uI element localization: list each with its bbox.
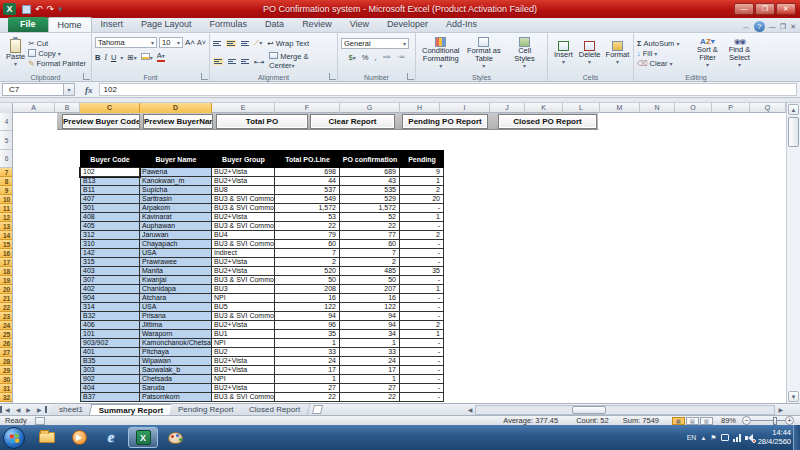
cell-total-po-line[interactable]: 22	[275, 222, 340, 231]
ribbon-tab[interactable]: Data	[256, 17, 293, 32]
row-header[interactable]: 8	[0, 177, 13, 186]
explorer-taskbar-button[interactable]	[32, 427, 62, 448]
cell-pending[interactable]: 2	[400, 321, 444, 330]
cell-po-confirmation[interactable]: 2	[340, 258, 400, 267]
cell-buyer-group[interactable]: BU3 & SVI Common	[212, 312, 275, 321]
name-box[interactable]: C7	[2, 83, 64, 96]
cell-buyer-code[interactable]: 401	[80, 348, 140, 357]
cell-buyer-code[interactable]: 312	[80, 231, 140, 240]
format-cells-button[interactable]: Format▾	[603, 35, 631, 71]
sheet-tab[interactable]: Pending Report	[169, 404, 244, 416]
align-top-icon[interactable]	[213, 41, 221, 46]
start-button[interactable]	[3, 427, 25, 449]
cell-total-po-line[interactable]: 50	[275, 276, 340, 285]
cell-buyer-name[interactable]: Kwanjai	[140, 276, 212, 285]
horizontal-scroll-thumb[interactable]	[572, 406, 606, 414]
ribbon-tab[interactable]: Developer	[378, 17, 437, 32]
cell-pending[interactable]: -	[400, 240, 444, 249]
cell-po-confirmation[interactable]: 34	[340, 330, 400, 339]
cell-pending[interactable]: 1	[400, 285, 444, 294]
number-format-select[interactable]: General▾	[341, 38, 409, 49]
cell-po-confirmation[interactable]: 77	[340, 231, 400, 240]
cell-buyer-code[interactable]: 405	[80, 222, 140, 231]
row-header[interactable]: 4	[0, 113, 13, 131]
cell-total-po-line[interactable]: 2	[275, 258, 340, 267]
cell-buyer-group[interactable]: BU3 & SVI Common	[212, 276, 275, 285]
macro-button[interactable]: Preview Buyer Code	[62, 114, 140, 129]
row-header[interactable]: 23	[0, 312, 13, 321]
cell-buyer-group[interactable]: BU4	[212, 231, 275, 240]
cell-buyer-code[interactable]: 404	[80, 384, 140, 393]
cell-pending[interactable]: -	[400, 312, 444, 321]
table-column-header[interactable]: PO confirmation	[340, 150, 400, 168]
cell-pending[interactable]: -	[400, 357, 444, 366]
cell-total-po-line[interactable]: 53	[275, 213, 340, 222]
cell-buyer-code[interactable]: B13	[80, 177, 140, 186]
cell-total-po-line[interactable]: 96	[275, 321, 340, 330]
cell-po-confirmation[interactable]: 1	[340, 339, 400, 348]
cell-buyer-group[interactable]: BU3	[212, 285, 275, 294]
row-header[interactable]: 10	[0, 195, 13, 204]
cell-pending[interactable]: 2	[400, 231, 444, 240]
vertical-scrollbar[interactable]: ▲ ▼	[786, 103, 800, 403]
alignment-dialog-launcher[interactable]	[329, 73, 336, 80]
first-sheet-icon[interactable]: ◀	[0, 406, 13, 413]
cell-po-confirmation[interactable]: 1	[340, 375, 400, 384]
cell-pending[interactable]: -	[400, 339, 444, 348]
column-header[interactable]: H	[400, 103, 440, 113]
row-header[interactable]: 16	[0, 249, 13, 258]
cell-po-confirmation[interactable]: 485	[340, 267, 400, 276]
align-center-icon[interactable]	[228, 59, 236, 64]
scroll-right-icon[interactable]: ▶	[775, 406, 786, 413]
cell-buyer-name[interactable]: Saowalak_b	[140, 366, 212, 375]
autosum-button[interactable]: Σ AutoSum▾	[637, 39, 691, 48]
find-select-button[interactable]: ◉◉ Find & Select▾	[724, 35, 755, 71]
select-all-corner[interactable]	[0, 103, 13, 113]
fill-color-icon[interactable]: ▾	[141, 53, 153, 62]
cell-pending[interactable]: -	[400, 366, 444, 375]
cell-pending[interactable]: -	[400, 384, 444, 393]
cell-buyer-code[interactable]: 310	[80, 240, 140, 249]
column-header[interactable]: I	[440, 103, 490, 113]
cell-buyer-name[interactable]: Chetsada	[140, 375, 212, 384]
cell-pending[interactable]: -	[400, 348, 444, 357]
paint-taskbar-button[interactable]	[160, 427, 190, 448]
cell-buyer-code[interactable]: 903/902	[80, 339, 140, 348]
cell-pending[interactable]: 35	[400, 267, 444, 276]
row-header[interactable]: 9	[0, 186, 13, 195]
ribbon-tab[interactable]: Review	[293, 17, 341, 32]
cell-buyer-group[interactable]: BU2+Vista	[212, 357, 275, 366]
insert-worksheet-icon[interactable]	[312, 405, 323, 414]
cell-buyer-name[interactable]: Saruda	[140, 384, 212, 393]
row-header[interactable]: 28	[0, 357, 13, 366]
cell-buyer-name[interactable]: Manita	[140, 267, 212, 276]
macro-button[interactable]: Preview BuyerName	[143, 114, 213, 129]
ribbon-tab[interactable]: Insert	[92, 17, 133, 32]
cell-po-confirmation[interactable]: 689	[340, 168, 400, 177]
cell-pending[interactable]: 20	[400, 195, 444, 204]
ribbon-tab[interactable]: Home	[48, 17, 92, 32]
cell-pending[interactable]: 1	[400, 213, 444, 222]
zoom-slider[interactable]: − +	[742, 416, 794, 425]
formula-input[interactable]: 102	[99, 83, 798, 96]
cell-pending[interactable]: 1	[400, 177, 444, 186]
column-header[interactable]: F	[275, 103, 340, 113]
format-as-table-button[interactable]: Format as Table▾	[463, 35, 506, 71]
next-sheet-icon[interactable]: ▶	[23, 406, 34, 413]
cell-total-po-line[interactable]: 22	[275, 393, 340, 402]
wrap-text-button[interactable]: ↩ Wrap Text	[267, 39, 309, 48]
cell-buyer-name[interactable]: Prawrawee	[140, 258, 212, 267]
table-column-header[interactable]: Pending	[400, 150, 444, 168]
ribbon-tab[interactable]: Formulas	[201, 17, 257, 32]
cell-pending[interactable]: 9	[400, 168, 444, 177]
cell-pending[interactable]: -	[400, 258, 444, 267]
sheet-tab[interactable]: sheet1	[49, 404, 93, 416]
merge-center-button[interactable]: Merge & Center▾	[269, 52, 334, 70]
cell-po-confirmation[interactable]: 1,572	[340, 204, 400, 213]
cell-buyer-name[interactable]: Atchara	[140, 294, 212, 303]
cell-buyer-name[interactable]: Wipawan	[140, 357, 212, 366]
cell-buyer-code[interactable]: 315	[80, 258, 140, 267]
page-layout-view-icon[interactable]: ▤	[686, 417, 699, 425]
cell-buyer-group[interactable]: BU5	[212, 303, 275, 312]
cell-buyer-name[interactable]: Arpakom	[140, 204, 212, 213]
